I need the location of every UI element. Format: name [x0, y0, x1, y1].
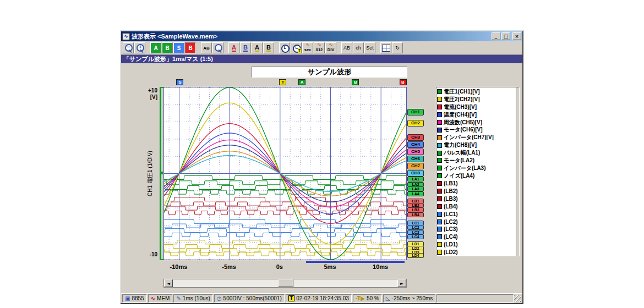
- legend-item-CH5[interactable]: 周波数(CH5)[V]: [437, 119, 516, 127]
- legend-list: 電圧1(CH1)[V]電圧2(CH2)[V]電流(CH3)[V]温度(CH4)[…: [436, 87, 516, 256]
- ab-span-label: AB: [203, 46, 210, 51]
- titlebar[interactable]: ∿ 波形表示 <SampleWave.mem> _ □ ×: [121, 31, 522, 41]
- channel-tag-LD4[interactable]: LD4: [407, 253, 424, 258]
- window-controls: _ □ ×: [492, 32, 521, 40]
- channel-tag-CH4[interactable]: CH4: [407, 141, 424, 148]
- channel-tag-CH8[interactable]: CH8: [407, 170, 424, 177]
- legend-item-label: (LC2): [444, 219, 458, 225]
- legend-item-LD2[interactable]: (LD2): [437, 249, 516, 256]
- legend-scrollbar[interactable]: [516, 87, 519, 256]
- channel-tag-CH1[interactable]: CH1: [407, 109, 424, 116]
- goto-start-mark-label: S: [177, 45, 181, 51]
- legend-item-CH3[interactable]: 電流(CH3)[V]: [437, 103, 516, 111]
- legend-item-CH8[interactable]: 電力(CH8)[V]: [437, 141, 516, 149]
- channel-tag-CH7[interactable]: CH7: [407, 163, 424, 169]
- settings-button[interactable]: Set: [364, 42, 375, 53]
- legend-item-LA1[interactable]: パルス幅(LA1): [437, 149, 516, 157]
- zoom-in-button[interactable]: +: [134, 42, 145, 53]
- value-a-button[interactable]: A: [252, 42, 263, 53]
- trigger-time-display-button[interactable]: T: [291, 42, 302, 53]
- marker-t[interactable]: T: [279, 79, 286, 85]
- channel-tag-LB4[interactable]: LB4: [407, 212, 424, 217]
- channel-color-icon: [437, 250, 442, 255]
- x-tick-5ms: 5ms: [318, 263, 342, 270]
- legend-item-LB1[interactable]: (LB1): [437, 180, 516, 188]
- zero-position-marker[interactable]: [160, 172, 163, 174]
- legend-item-LA3[interactable]: インバータ(LA3): [437, 164, 516, 172]
- scale-points-button[interactable]: 012: [314, 42, 325, 53]
- legend-item-LC2[interactable]: (LC2): [437, 218, 516, 226]
- channel-color-icon: [437, 196, 442, 201]
- trigger-position-text: 50 %: [367, 295, 379, 301]
- horizontal-scrollbar[interactable]: ◄ ►: [163, 279, 407, 288]
- scale-sec-button[interactable]: sec: [302, 42, 313, 53]
- channel-tag-CH2[interactable]: CH2: [407, 120, 424, 127]
- channel-tag-CH3[interactable]: CH3: [407, 134, 424, 141]
- channel-tag-LB3[interactable]: LB3: [407, 207, 424, 212]
- legend-item-LA2[interactable]: モータ(LA2): [437, 157, 516, 164]
- status-model: ▣8855: [122, 294, 147, 302]
- toolbar-separator: [376, 43, 380, 53]
- legend-item-label: インバータ(CH7)[V]: [444, 134, 494, 141]
- channel-tag-CH5[interactable]: CH5: [407, 148, 424, 155]
- value-b-button[interactable]: B: [263, 42, 274, 53]
- legend-item-CH2[interactable]: 電圧2(CH2)[V]: [437, 96, 516, 103]
- scroll-right-button[interactable]: ►: [397, 279, 406, 287]
- legend-item-LA4[interactable]: ノイズ(LA4): [437, 172, 516, 180]
- goto-end-mark-button[interactable]: B: [185, 42, 196, 53]
- marker-a[interactable]: A: [298, 79, 305, 85]
- channel-tag-LA1[interactable]: LA1: [407, 177, 424, 182]
- goto-b-mark-button[interactable]: B: [162, 42, 173, 53]
- scale-div-button[interactable]: DIV: [325, 42, 336, 53]
- search-button[interactable]: [212, 42, 223, 53]
- channel-color-icon: [437, 242, 442, 247]
- status-mode: ∿MEM: [148, 294, 173, 302]
- goto-start-mark-button[interactable]: S: [173, 42, 184, 53]
- channel-setup-button[interactable]: ch: [353, 42, 364, 53]
- channel-tag-LC4[interactable]: LC4: [407, 234, 424, 239]
- clock-icon: ◷: [217, 296, 222, 301]
- legend-item-LB2[interactable]: (LB2): [437, 188, 516, 195]
- legend-item-LD1[interactable]: (LD1): [437, 241, 516, 249]
- redraw-button[interactable]: ↻: [392, 42, 403, 53]
- legend-item-CH7[interactable]: インバータ(CH7)[V]: [437, 134, 516, 141]
- legend-item-label: 温度(CH4)[V]: [444, 111, 477, 119]
- legend-item-LB3[interactable]: (LB3): [437, 195, 516, 202]
- split-view-button[interactable]: [380, 42, 391, 53]
- channel-color-icon: [437, 204, 442, 209]
- channel-tag-LA4[interactable]: LA4: [407, 191, 424, 196]
- marker-s[interactable]: S: [176, 79, 183, 85]
- statusbar: ▣8855∿MEM✎1ms (10us)◷500DIV : 500ms(5000…: [121, 293, 522, 303]
- resize-grip[interactable]: [514, 295, 521, 302]
- cursor-a-button[interactable]: A: [228, 42, 239, 53]
- trigger-time-text: 02-02-19 18:24:35.03: [296, 295, 349, 301]
- maximize-button[interactable]: □: [501, 32, 510, 40]
- legend-item-CH4[interactable]: 温度(CH4)[V]: [437, 111, 516, 119]
- marker-end[interactable]: B: [400, 79, 407, 85]
- legend-item-LC4[interactable]: (LC4): [437, 233, 516, 241]
- minimize-button[interactable]: _: [492, 32, 500, 40]
- legend-item-CH1[interactable]: 電圧1(CH1)[V]: [437, 88, 516, 96]
- goto-a-mark-button[interactable]: A: [150, 42, 161, 53]
- ab-span-button[interactable]: AB: [201, 42, 212, 53]
- scrollbar-thumb[interactable]: [278, 279, 293, 287]
- legend-item-CH6[interactable]: モータ(CH6)[V]: [437, 126, 516, 134]
- info-bar: 「サンプル波形」1ms/マス (1:5): [121, 55, 522, 63]
- legend-item-LB4[interactable]: (LB4): [437, 202, 516, 210]
- time-display-button[interactable]: [279, 42, 290, 53]
- marker-b[interactable]: B: [352, 79, 359, 85]
- legend-item-LC3[interactable]: (LC3): [437, 226, 516, 233]
- scroll-left-button[interactable]: ◄: [164, 279, 173, 287]
- plot-area[interactable]: [163, 87, 407, 260]
- channel-tag-CH6[interactable]: CH6: [407, 156, 424, 162]
- close-button[interactable]: ×: [512, 32, 521, 40]
- legend-item-label: インバータ(LA3): [444, 164, 486, 172]
- ab-window-button[interactable]: AB: [341, 42, 352, 53]
- channel-tag-LC2[interactable]: LC2: [407, 225, 424, 230]
- redraw-label: ↻: [395, 45, 400, 51]
- marker-row: STABB: [163, 79, 407, 86]
- cursor-b-button[interactable]: B: [240, 42, 251, 53]
- legend-item-LC1[interactable]: (LC1): [437, 210, 516, 218]
- zoom-out-button[interactable]: −: [123, 42, 134, 53]
- x-tick--5ms: -5ms: [217, 263, 241, 270]
